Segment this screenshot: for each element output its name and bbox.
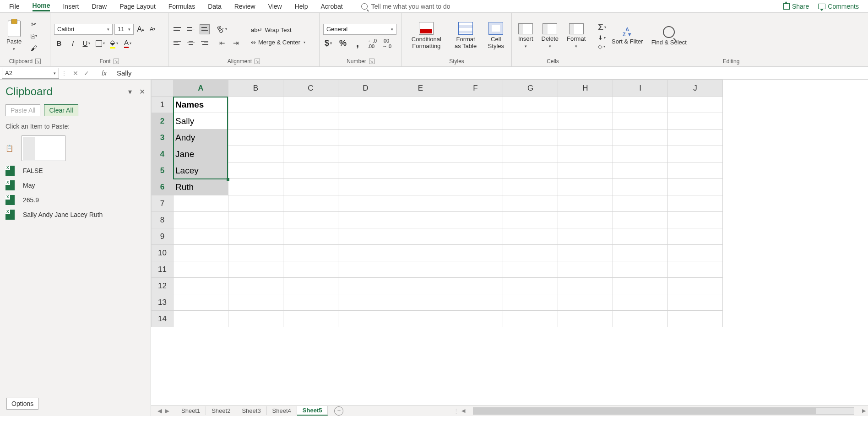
row-header[interactable]: 11 <box>152 261 174 278</box>
row-header[interactable]: 7 <box>152 195 174 212</box>
cell[interactable] <box>174 261 228 278</box>
cell[interactable] <box>668 130 723 146</box>
alignment-dialog-launcher[interactable]: ↘ <box>255 59 260 64</box>
align-top-button[interactable] <box>172 24 182 34</box>
cell[interactable] <box>503 278 558 294</box>
fill-handle[interactable] <box>227 178 229 181</box>
cell[interactable] <box>668 245 723 261</box>
format-as-table-button[interactable]: Format as Table <box>450 21 482 51</box>
number-dialog-launcher[interactable]: ↘ <box>369 59 374 64</box>
cell[interactable] <box>668 162 723 179</box>
cell[interactable] <box>668 113 723 130</box>
cell[interactable] <box>283 113 338 130</box>
cell[interactable] <box>558 294 613 311</box>
row-header[interactable]: 2 <box>152 113 174 130</box>
tab-help[interactable]: Help <box>295 2 308 11</box>
cell[interactable] <box>393 245 448 261</box>
cell[interactable] <box>393 261 448 278</box>
sheet-tab[interactable]: Sheet5 <box>297 406 328 416</box>
tab-formulas[interactable]: Formulas <box>168 2 195 11</box>
cell[interactable] <box>448 162 503 179</box>
conditional-formatting-button[interactable]: Conditional Formatting <box>406 21 447 51</box>
fill-button[interactable]: ⬇▾ <box>598 34 606 41</box>
align-bottom-button[interactable] <box>200 24 210 34</box>
cell[interactable] <box>558 245 613 261</box>
cell[interactable] <box>283 130 338 146</box>
row-header[interactable]: 9 <box>152 228 174 245</box>
tell-me-search[interactable]: Tell me what you want to do <box>361 3 450 10</box>
cell[interactable]: Andy <box>174 130 228 146</box>
cell[interactable] <box>283 228 338 245</box>
cell[interactable] <box>283 146 338 162</box>
cell[interactable] <box>448 179 503 195</box>
cell[interactable] <box>668 228 723 245</box>
cell[interactable] <box>613 195 668 212</box>
cell[interactable] <box>503 245 558 261</box>
cell[interactable] <box>393 146 448 162</box>
cell[interactable] <box>338 278 393 294</box>
cell[interactable] <box>448 130 503 146</box>
cell[interactable] <box>228 245 283 261</box>
cell[interactable] <box>174 278 228 294</box>
cell[interactable] <box>393 130 448 146</box>
cell[interactable] <box>613 212 668 228</box>
cell[interactable] <box>228 311 283 327</box>
clipboard-item[interactable]: May <box>5 180 145 190</box>
cell[interactable]: Jane <box>174 146 228 162</box>
cell[interactable] <box>668 97 723 113</box>
cell[interactable] <box>338 228 393 245</box>
tab-view[interactable]: View <box>268 2 282 11</box>
cell[interactable] <box>613 261 668 278</box>
cell[interactable] <box>283 311 338 327</box>
cell[interactable] <box>448 97 503 113</box>
clear-all-button[interactable]: Clear All <box>44 104 78 116</box>
cell[interactable] <box>283 261 338 278</box>
cell[interactable] <box>503 212 558 228</box>
row-header[interactable]: 1 <box>152 97 174 113</box>
clipboard-item[interactable]: Sally Andy Jane Lacey Ruth <box>5 210 145 220</box>
align-center-button[interactable] <box>186 38 196 48</box>
cell[interactable] <box>228 278 283 294</box>
cell[interactable] <box>613 311 668 327</box>
cell[interactable] <box>283 179 338 195</box>
cell[interactable] <box>283 245 338 261</box>
decrease-decimal-button[interactable]: .00→.0 <box>382 38 392 49</box>
clipboard-pane-menu[interactable]: ▾ <box>128 87 132 96</box>
tab-review[interactable]: Review <box>234 2 255 11</box>
copy-button[interactable]: ⎘▾ <box>29 31 39 41</box>
tab-file[interactable]: File <box>9 2 20 11</box>
align-left-button[interactable] <box>172 38 182 48</box>
clipboard-item[interactable]: 265.9 <box>5 195 145 205</box>
share-button[interactable]: Share <box>783 3 809 10</box>
font-name-select[interactable]: Calibri▾ <box>54 24 113 35</box>
wrap-text-button[interactable]: ab↵Wrap Text <box>249 26 307 34</box>
cell[interactable] <box>558 97 613 113</box>
cell[interactable] <box>393 162 448 179</box>
clipboard-item[interactable]: 📋 <box>5 135 145 161</box>
cell[interactable] <box>613 97 668 113</box>
col-header[interactable]: H <box>558 80 613 97</box>
name-box[interactable]: A2▾ <box>2 68 59 79</box>
comments-button[interactable]: Comments <box>818 3 859 10</box>
col-header[interactable]: G <box>503 80 558 97</box>
cell[interactable] <box>174 195 228 212</box>
font-color-button[interactable]: A▾ <box>123 38 133 49</box>
decrease-indent-button[interactable]: ⇤ <box>217 38 227 48</box>
orientation-button[interactable]: ab▾ <box>217 24 227 34</box>
cell[interactable] <box>338 179 393 195</box>
horizontal-scrollbar[interactable] <box>473 407 854 415</box>
cell[interactable] <box>228 195 283 212</box>
cell[interactable] <box>174 311 228 327</box>
cell[interactable] <box>174 212 228 228</box>
cell[interactable] <box>174 294 228 311</box>
cell[interactable] <box>338 97 393 113</box>
cell[interactable] <box>338 261 393 278</box>
paste-all-button[interactable]: Paste All <box>5 104 40 116</box>
cell[interactable] <box>393 113 448 130</box>
tab-acrobat[interactable]: Acrobat <box>321 2 343 11</box>
col-header[interactable]: B <box>228 80 283 97</box>
paste-button[interactable]: Paste ▾ <box>4 20 24 52</box>
cell[interactable] <box>668 294 723 311</box>
font-size-select[interactable]: 11▾ <box>114 24 134 35</box>
cell[interactable] <box>448 261 503 278</box>
